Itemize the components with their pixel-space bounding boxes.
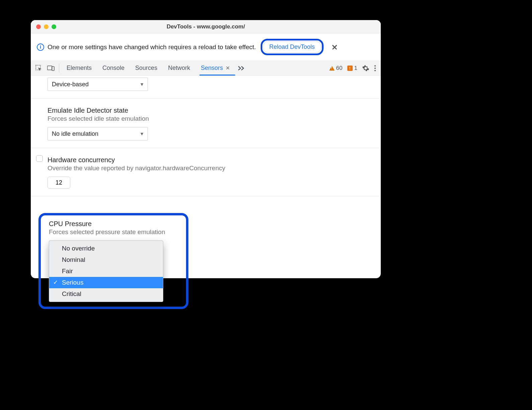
option-critical[interactable]: Critical — [49, 288, 163, 300]
section-title: Emulate Idle Detector state — [48, 107, 381, 114]
devtools-window: DevTools - www.google.com/ i One or more… — [31, 20, 381, 278]
issues-count: 1 — [354, 65, 357, 72]
section-subtitle: Forces selected idle state emulation — [48, 115, 381, 122]
section-title: Hardware concurrency — [48, 156, 225, 164]
warnings-badge[interactable]: 60 — [329, 65, 343, 72]
banner-text: One or more settings have changed which … — [48, 43, 256, 51]
option-nominal[interactable]: Nominal — [49, 254, 163, 266]
section-title: CPU Pressure — [49, 220, 181, 228]
select-value: Device-based — [52, 81, 89, 88]
issues-badge[interactable]: ! 1 — [347, 65, 357, 72]
warning-icon — [329, 66, 335, 71]
chevron-down-icon: ▼ — [140, 82, 144, 87]
close-tab-icon[interactable]: ✕ — [226, 65, 230, 71]
window-title: DevTools - www.google.com/ — [31, 23, 381, 30]
hardware-concurrency-input[interactable] — [48, 177, 70, 189]
device-based-select[interactable]: Device-based ▼ — [48, 78, 148, 91]
window-controls — [36, 24, 56, 29]
reload-devtools-button[interactable]: Reload DevTools — [263, 41, 321, 53]
tab-console[interactable]: Console — [97, 61, 130, 75]
close-banner-button[interactable] — [331, 43, 338, 51]
chevron-down-icon: ▼ — [140, 131, 144, 136]
issue-flag-icon: ! — [347, 66, 353, 71]
toolbar-separator — [59, 64, 59, 73]
hardware-concurrency-checkbox[interactable] — [36, 155, 43, 162]
section-idle-detector: Emulate Idle Detector state Forces selec… — [31, 99, 381, 148]
tab-network[interactable]: Network — [163, 61, 195, 75]
more-options-icon[interactable] — [374, 65, 376, 72]
select-value: No idle emulation — [52, 130, 98, 137]
section-subtitle: Override the value reported by navigator… — [48, 165, 225, 172]
settings-gear-icon[interactable] — [362, 65, 369, 72]
device-toolbar-icon[interactable] — [45, 61, 57, 75]
tab-sources[interactable]: Sources — [130, 61, 163, 75]
info-icon: i — [37, 43, 44, 51]
titlebar: DevTools - www.google.com/ — [31, 20, 381, 33]
tab-label: Elements — [67, 65, 92, 72]
tab-elements[interactable]: Elements — [61, 61, 97, 75]
svg-point-4 — [374, 68, 376, 69]
cpu-pressure-highlight: CPU Pressure Forces selected pressure st… — [38, 213, 188, 309]
svg-point-3 — [374, 65, 376, 67]
tab-label: Sources — [135, 65, 157, 72]
devtools-toolbar: Elements Console Sources Network Sensors… — [31, 61, 381, 76]
cpu-pressure-dropdown[interactable]: No override Nominal Fair Serious Critica… — [49, 240, 163, 302]
section-device-select: Device-based ▼ — [31, 76, 381, 99]
idle-emulation-select[interactable]: No idle emulation ▼ — [48, 127, 148, 140]
svg-point-5 — [374, 70, 376, 71]
panel-tabs: Elements Console Sources Network Sensors… — [61, 61, 235, 75]
more-tabs-button[interactable] — [235, 61, 248, 75]
tab-sensors[interactable]: Sensors ✕ — [195, 61, 235, 75]
toolbar-right: 60 ! 1 — [329, 61, 379, 75]
close-window-button[interactable] — [36, 24, 41, 29]
reload-highlight: Reload DevTools — [261, 39, 324, 55]
reload-banner: i One or more settings have changed whic… — [31, 33, 381, 61]
option-no-override[interactable]: No override — [49, 243, 163, 254]
option-fair[interactable]: Fair — [49, 266, 163, 277]
zoom-window-button[interactable] — [52, 24, 56, 29]
option-serious[interactable]: Serious — [49, 277, 163, 288]
tab-label: Sensors — [201, 65, 223, 72]
tab-label: Console — [102, 65, 124, 72]
tab-label: Network — [168, 65, 190, 72]
svg-rect-1 — [48, 66, 52, 70]
section-subtitle: Forces selected pressure state emulation — [49, 228, 181, 236]
inspect-element-icon[interactable] — [33, 61, 45, 75]
minimize-window-button[interactable] — [44, 24, 49, 29]
warnings-count: 60 — [336, 65, 343, 72]
section-hardware-concurrency: Hardware concurrency Override the value … — [31, 148, 381, 196]
